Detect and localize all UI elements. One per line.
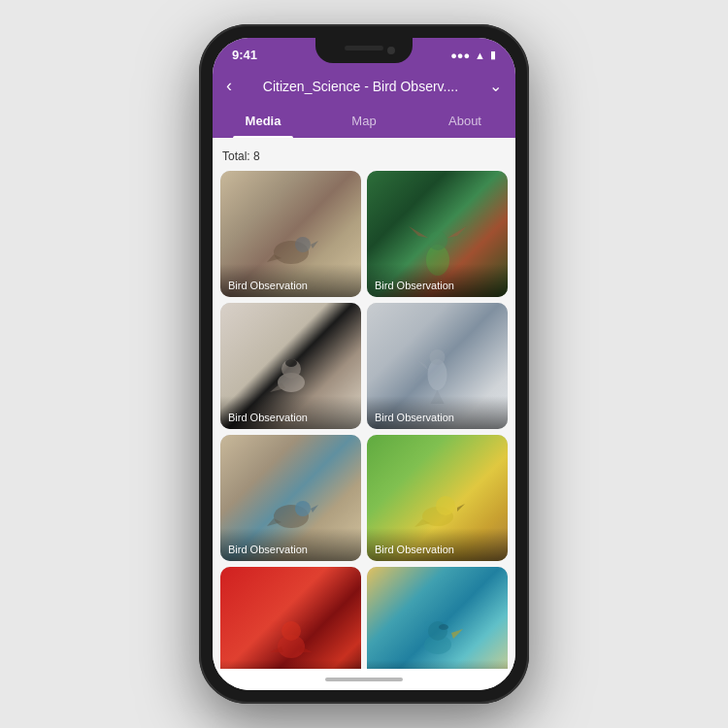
- svg-point-14: [281, 621, 301, 641]
- svg-point-10: [295, 501, 311, 516]
- observation-card-4[interactable]: Bird Observation: [367, 303, 508, 429]
- status-icons: ●●● ▲ ▮: [450, 49, 496, 61]
- battery-icon: ▮: [490, 49, 496, 61]
- svg-point-16: [428, 621, 447, 641]
- content-area: Total: 8 Bird Observation: [213, 138, 515, 669]
- observation-card-2[interactable]: Bird Observation: [367, 171, 508, 297]
- svg-point-6: [285, 359, 297, 367]
- svg-point-8: [429, 349, 445, 365]
- card-label-3: Bird Observation: [220, 396, 361, 429]
- svg-point-3: [428, 231, 447, 250]
- signal-icon: ●●●: [450, 50, 470, 61]
- wifi-icon: ▲: [475, 50, 485, 61]
- svg-point-17: [439, 624, 448, 630]
- home-indicator: [213, 669, 515, 690]
- tab-map[interactable]: Map: [314, 104, 414, 138]
- total-count: Total: 8: [220, 146, 508, 171]
- svg-point-1: [295, 237, 311, 252]
- tab-about[interactable]: About: [414, 104, 515, 138]
- observation-card-1[interactable]: Bird Observation: [220, 171, 361, 297]
- observation-card-3[interactable]: Bird Observation: [220, 303, 361, 429]
- card-label-1: Bird Observation: [220, 264, 361, 297]
- bird-image-8: [367, 567, 508, 669]
- nav-bar: ‹ Citizen_Science - Bird Observ.... ⌄: [213, 68, 515, 104]
- bird-image-7: [220, 567, 361, 669]
- home-bar: [325, 678, 403, 681]
- card-label-7: Bird Observation: [220, 660, 361, 669]
- observation-card-5[interactable]: Bird Observation: [220, 435, 361, 561]
- card-label-4: Bird Observation: [367, 396, 508, 429]
- card-label-8: Bird Observation: [367, 660, 508, 669]
- observation-card-8[interactable]: Bird Observation: [367, 567, 508, 669]
- phone-screen: 9:41 ●●● ▲ ▮ ‹ Citizen_Science - Bird Ob…: [213, 38, 515, 690]
- phone-notch: [315, 38, 413, 63]
- status-time: 9:41: [232, 48, 257, 62]
- nav-title: Citizen_Science - Bird Observ....: [232, 79, 489, 94]
- card-label-6: Bird Observation: [367, 528, 508, 561]
- phone-frame: 9:41 ●●● ▲ ▮ ‹ Citizen_Science - Bird Ob…: [199, 24, 529, 704]
- observation-grid: Bird Observation Bird Observation: [220, 171, 508, 669]
- dropdown-button[interactable]: ⌄: [489, 77, 502, 95]
- observation-card-7[interactable]: Bird Observation: [220, 567, 361, 669]
- tab-bar: Media Map About: [213, 104, 515, 138]
- tab-media[interactable]: Media: [213, 104, 314, 138]
- card-label-5: Bird Observation: [220, 528, 361, 561]
- card-label-2: Bird Observation: [367, 264, 508, 297]
- observation-card-6[interactable]: Bird Observation: [367, 435, 508, 561]
- svg-point-12: [436, 496, 455, 515]
